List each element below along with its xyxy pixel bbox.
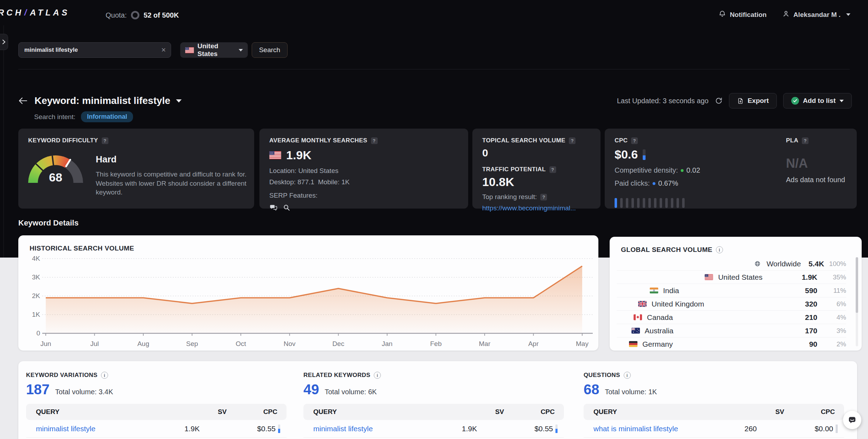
location-text: Location: United States — [269, 167, 458, 175]
chat-widget-button[interactable] — [843, 411, 861, 429]
info-icon[interactable]: i — [101, 372, 108, 379]
cpc-level-bar — [643, 149, 646, 160]
related-keywords-section: RELATED KEYWORDS i49 Total volume: 6KQUE… — [303, 372, 564, 439]
global-volume-row[interactable]: Canada2104% — [617, 311, 846, 324]
table-row: minimalist lifestyle tips260$2.83 — [26, 438, 287, 439]
cpc-value: $0.00 — [784, 425, 844, 433]
global-volume-row[interactable]: Australia1703% — [617, 324, 846, 338]
top-ranking-label: Top ranking result: — [482, 193, 537, 201]
export-button[interactable]: Export — [729, 93, 777, 109]
svg-text:Jul: Jul — [90, 340, 99, 347]
global-volume-title: GLOBAL SEARCH VOLUME — [621, 246, 712, 254]
svg-text:Sep: Sep — [186, 340, 198, 347]
topical-volume-label: TOPICAL SEARCH VOLUME — [482, 137, 565, 144]
table-row: minimalist lifestyle1.9K$0.55 — [303, 420, 564, 438]
column-cpc: CPC — [504, 408, 564, 416]
keyword-search-field[interactable]: × — [18, 42, 171, 58]
country-volume: 170 — [785, 327, 817, 335]
difficulty-gauge: 68 — [28, 153, 83, 183]
search-button[interactable]: Search — [252, 42, 288, 58]
info-icon[interactable]: ? — [631, 137, 638, 144]
export-label: Export — [748, 97, 769, 105]
query-link[interactable]: what is minimalist lifestyle — [584, 425, 742, 433]
table-row: what is a minimalist lifestyle260$0.00 — [584, 438, 844, 439]
search-input[interactable] — [24, 46, 161, 54]
svg-text:2K: 2K — [32, 292, 40, 299]
flag-icon-ca — [634, 314, 642, 320]
pla-message: Ads data not found — [786, 176, 845, 184]
chart-title: HISTORICAL SEARCH VOLUME — [30, 245, 134, 252]
cpc-tick-meter — [615, 198, 847, 208]
flag-icon-de — [629, 341, 637, 347]
clear-input-icon[interactable]: × — [161, 46, 166, 54]
info-icon[interactable]: ? — [569, 137, 575, 144]
column-cpc: CPC — [227, 408, 287, 416]
country-select-value: United States — [197, 42, 235, 58]
svg-text:Aug: Aug — [137, 340, 149, 347]
country-select[interactable]: United States — [180, 42, 248, 58]
chevron-down-icon — [239, 49, 243, 51]
info-icon[interactable]: ? — [549, 166, 556, 173]
back-button[interactable] — [18, 97, 27, 105]
chat-bubbles-icon[interactable] — [269, 204, 278, 213]
info-icon[interactable]: ? — [802, 137, 809, 144]
notification-label: Notification — [730, 11, 767, 19]
info-icon[interactable]: ? — [371, 137, 378, 144]
info-icon[interactable]: i — [374, 372, 381, 379]
svg-text:Jun: Jun — [40, 340, 51, 347]
global-volume-row[interactable]: Worldwide5.4K100% — [617, 257, 846, 271]
flag-icon-in — [650, 287, 658, 293]
add-to-list-button[interactable]: Add to list — [783, 93, 852, 109]
competitive-density-value: 0.02 — [686, 166, 700, 174]
topical-volume-value: 0 — [482, 147, 591, 159]
refresh-button[interactable] — [715, 97, 723, 105]
global-volume-row[interactable]: United States1.9K35% — [617, 271, 846, 284]
search-serp-icon[interactable] — [283, 204, 290, 213]
user-menu[interactable]: Aleksandar M . — [782, 10, 850, 19]
export-file-icon — [737, 98, 744, 104]
logo-slash: / — [24, 8, 29, 17]
svg-text:Mar: Mar — [479, 340, 491, 347]
global-volume-row[interactable]: Germany902% — [617, 338, 846, 351]
notification-button[interactable]: Notification — [718, 10, 767, 19]
sidebar-expand-button[interactable] — [0, 34, 8, 50]
info-icon[interactable]: i — [624, 372, 631, 379]
quota-value: 52 of 500K — [144, 11, 179, 19]
info-icon[interactable]: i — [716, 246, 723, 253]
keyword-tables-card: KEYWORD VARIATIONS i187 Total volume: 3.… — [18, 361, 857, 439]
device-split-text: Desktop: 877.1 Mobile: 1K — [269, 178, 458, 186]
svg-text:3K: 3K — [32, 273, 40, 281]
pla-label: PLA — [786, 137, 798, 144]
keyword-dropdown-caret[interactable] — [176, 99, 182, 103]
global-volume-row[interactable]: United Kingdom3206% — [617, 297, 846, 311]
list-scrollbar-thumb[interactable] — [856, 257, 858, 313]
header-divider — [18, 69, 850, 69]
svg-text:Dec: Dec — [332, 340, 344, 347]
difficulty-description: This keyword is competitive and difficul… — [96, 170, 247, 197]
search-intent-label: Search intent: — [34, 113, 75, 121]
query-link[interactable]: minimalist lifestyle — [303, 425, 462, 433]
top-ranking-link[interactable]: https://www.becomingminimal... — [482, 204, 576, 212]
flag-icon-gb — [638, 301, 647, 307]
query-link[interactable]: minimalist lifestyle — [26, 425, 184, 433]
historical-search-volume-card: HISTORICAL SEARCH VOLUME 01K2K3K4K Jun J… — [18, 235, 598, 351]
country-name: India — [663, 286, 780, 295]
quota-ring-icon — [131, 11, 139, 19]
quota-label: Quota: — [106, 11, 127, 19]
info-icon[interactable]: ? — [540, 194, 547, 200]
country-volume: 5.4K — [806, 260, 824, 268]
refresh-icon — [715, 97, 723, 105]
info-icon[interactable]: ? — [102, 137, 108, 144]
global-volume-row[interactable]: India59011% — [617, 284, 846, 297]
sv-value: 260 — [742, 425, 784, 433]
paid-clicks-value: 0.67% — [658, 179, 678, 187]
monthly-searches-label: AVERAGE MONTHLY SEARCHES — [269, 137, 367, 144]
svg-text:Nov: Nov — [284, 340, 296, 347]
chevron-down-icon — [839, 100, 844, 102]
table-row: what is minimalist lifestyle260$0.00 — [584, 420, 844, 438]
cpc-level-bar — [836, 425, 838, 433]
country-percent: 2% — [822, 340, 846, 348]
keyword-count: 187 — [26, 382, 50, 397]
column-query: QUERY — [303, 408, 462, 416]
blue-dot-icon — [653, 182, 655, 185]
